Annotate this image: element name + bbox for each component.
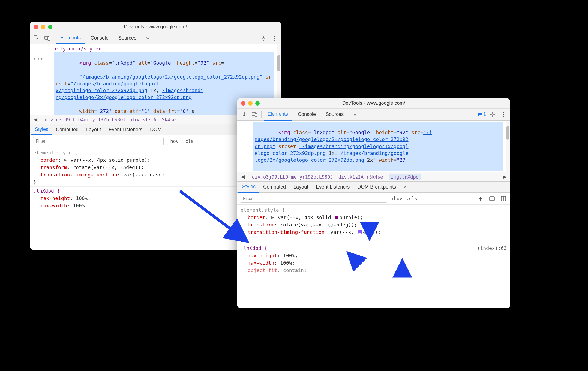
issues-count: 1 <box>483 112 486 117</box>
tab-sources[interactable]: Sources <box>115 32 140 44</box>
close-window-button[interactable] <box>241 101 245 106</box>
easing-swatch-icon[interactable] <box>358 230 362 234</box>
chat-icon <box>477 112 482 117</box>
breadcrumb-node[interactable]: div.o3j99.LLD4me.yr19Zb.LS8OJ <box>252 174 333 180</box>
toolbar-separator <box>54 35 54 42</box>
dom-scrollbar[interactable] <box>506 121 510 172</box>
decl-max-width[interactable]: max-width: 100%; <box>241 259 507 267</box>
svg-rect-2 <box>48 37 50 40</box>
zoom-window-button[interactable] <box>255 101 260 106</box>
breadcrumb-prev-icon[interactable]: ◀ <box>32 117 39 122</box>
color-swatch-icon[interactable] <box>335 216 338 219</box>
main-toolbar: Elements Console Sources » <box>30 32 281 44</box>
minimize-window-button[interactable] <box>41 25 45 29</box>
window-title: DevTools - www.google.com/ <box>124 24 187 30</box>
subtab-styles[interactable]: Styles <box>238 182 259 193</box>
tab-sources[interactable]: Sources <box>322 109 347 121</box>
styles-pane[interactable]: element.style { border: ▶ var(--x, 4px s… <box>237 205 510 308</box>
minimize-window-button[interactable] <box>248 101 253 106</box>
subtab-event-listeners[interactable]: Event Listeners <box>105 124 146 135</box>
devtools-window-2: DevTools - www.google.com/ Elements Cons… <box>237 98 510 308</box>
svg-rect-9 <box>255 113 257 117</box>
toolbar-separator <box>261 111 262 118</box>
svg-point-3 <box>263 37 264 39</box>
subtab-styles[interactable]: Styles <box>31 124 52 135</box>
tab-elements[interactable]: Elements <box>264 109 292 121</box>
tabs-overflow-icon[interactable]: » <box>350 109 360 121</box>
gear-icon[interactable] <box>259 34 268 43</box>
kebab-menu-icon[interactable] <box>499 110 508 119</box>
styles-filter-input[interactable] <box>33 137 164 145</box>
svg-point-10 <box>492 114 493 115</box>
styles-filter-input[interactable] <box>240 195 387 203</box>
rendering-panel-icon[interactable] <box>500 195 507 202</box>
kebab-menu-icon[interactable] <box>270 34 279 43</box>
subtab-computed[interactable]: Computed <box>52 124 82 135</box>
subtab-layout[interactable]: Layout <box>290 182 312 193</box>
styles-subtabs: Styles Computed Layout Event Listeners D… <box>237 182 510 193</box>
issues-badge[interactable]: 1 <box>477 112 486 117</box>
gear-icon[interactable] <box>488 110 497 119</box>
selector-text: .lnXdpd { <box>241 244 507 252</box>
hov-toggle[interactable]: :hov <box>391 196 402 201</box>
rule-element-style[interactable]: element.style { border: ▶ var(--x, 4px s… <box>237 206 510 244</box>
elements-dom-tree[interactable]: <img class="lnXdpd" alt="Google" height=… <box>237 121 510 172</box>
svg-point-6 <box>274 40 275 41</box>
inspect-element-icon[interactable] <box>239 110 248 119</box>
svg-point-4 <box>274 36 275 37</box>
traffic-lights <box>34 25 52 29</box>
selector-text: element.style { <box>241 206 507 214</box>
subtab-dom-breakpoints[interactable]: DOM Breakpoints <box>353 182 400 193</box>
zoom-window-button[interactable] <box>48 25 52 29</box>
svg-point-12 <box>503 114 504 115</box>
rule-source-link[interactable]: (index):63 <box>477 244 507 252</box>
breadcrumb: ◀ div.o3j99.LLD4me.yr19Zb.LS8OJ div.k1zI… <box>237 172 510 182</box>
tabs-overflow-icon[interactable]: » <box>142 32 153 44</box>
collapsed-siblings-icon[interactable]: ••• <box>33 56 44 62</box>
cls-toggle[interactable]: .cls <box>406 196 417 201</box>
titlebar: DevTools - www.google.com/ <box>30 22 281 32</box>
subtab-event-listeners[interactable]: Event Listeners <box>312 182 353 193</box>
decl-transform[interactable]: transform: rotate(var(--x, -5deg)); <box>241 221 507 228</box>
decl-transition-timing-function[interactable]: transition-timing-function: var(--x, eas… <box>241 228 507 236</box>
decl-max-height[interactable]: max-height: 100%; <box>241 252 507 259</box>
window-title: DevTools - www.google.com/ <box>342 100 405 106</box>
main-toolbar: Elements Console Sources » 1 <box>237 109 510 121</box>
svg-point-5 <box>274 38 275 39</box>
angle-swatch-icon[interactable] <box>328 223 333 227</box>
breadcrumb-node-active[interactable]: img.lnXdpd <box>389 174 421 180</box>
breadcrumb-prev-icon[interactable]: ◀ <box>239 174 247 180</box>
inspect-element-icon[interactable] <box>32 34 41 43</box>
new-style-rule-icon[interactable] <box>477 195 484 202</box>
tab-elements[interactable]: Elements <box>56 32 85 44</box>
dom-style-tag-line[interactable]: <style>…</style> <box>43 45 274 52</box>
styles-filter-bar: :hov .cls <box>237 193 510 205</box>
cls-toggle[interactable]: .cls <box>182 139 194 144</box>
breadcrumb-node[interactable]: div.o3j99.LLD4me.yr19Zb.LS8OJ <box>45 117 126 122</box>
subtab-layout[interactable]: Layout <box>82 124 105 135</box>
breadcrumb-next-icon[interactable]: ▶ <box>501 174 508 180</box>
tab-console[interactable]: Console <box>87 32 112 44</box>
svg-point-13 <box>503 116 504 117</box>
dom-selected-img-node[interactable]: <img class="lnXdpd" alt="Google" height=… <box>253 122 503 171</box>
decl-object-fit[interactable]: object-fit: contain; <box>241 267 507 274</box>
breadcrumb-node[interactable]: div.k1zIA.rSk4se <box>338 174 383 180</box>
computed-styles-toggle-icon[interactable] <box>488 195 496 202</box>
breadcrumb-node[interactable]: div.k1zIA.rSk4se <box>131 117 176 122</box>
rule-close-brace: } <box>241 236 507 243</box>
subtab-dom-breakpoints-partial[interactable]: DOM <box>146 124 165 135</box>
subtab-computed[interactable]: Computed <box>259 182 290 193</box>
subtabs-overflow-icon[interactable]: » <box>400 182 410 193</box>
hov-toggle[interactable]: :hov <box>167 139 179 144</box>
titlebar: DevTools - www.google.com/ <box>237 98 510 109</box>
device-toolbar-icon[interactable] <box>43 34 52 43</box>
rule-lnXdpd[interactable]: (index):63 .lnXdpd { max-height: 100%; m… <box>237 244 510 274</box>
tab-console[interactable]: Console <box>294 109 320 121</box>
close-window-button[interactable] <box>34 25 38 29</box>
svg-point-11 <box>503 112 504 113</box>
svg-rect-14 <box>490 197 494 201</box>
device-toolbar-icon[interactable] <box>250 110 259 119</box>
traffic-lights <box>241 101 260 106</box>
decl-border[interactable]: border: ▶ var(--x, 4px solid purple); <box>241 214 507 221</box>
